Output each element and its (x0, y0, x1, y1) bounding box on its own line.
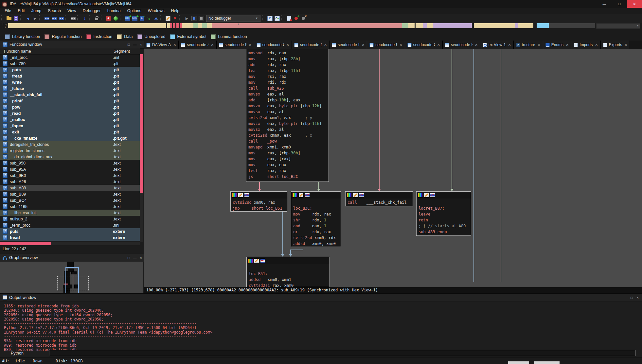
debugger-stop-icon[interactable] (198, 15, 205, 21)
band-segment-green[interactable] (402, 23, 408, 28)
tab-seudocode-h[interactable]: seudocode-H✕ (443, 41, 480, 49)
table-row[interactable]: fsub_A26.text (0, 179, 140, 185)
menu-view[interactable]: View (64, 8, 80, 13)
graph-node-b5[interactable]: loc_B51:addsd xmm0, xmm1cvttsd2si rax, x… (246, 257, 330, 287)
menu-file[interactable]: File (1, 8, 14, 13)
tab-close-icon[interactable]: ✕ (538, 43, 541, 47)
table-row[interactable]: f__cxa_finalize.plt.got (0, 135, 140, 141)
table-row[interactable]: fsub_1165.text (0, 203, 140, 210)
tab-seudocode-b[interactable]: seudocode-B✕ (217, 41, 254, 49)
table-row[interactable]: fderegister_tm_clones.text (0, 141, 140, 147)
panel-close-icon[interactable]: × (140, 43, 142, 46)
navigate-back-icon[interactable]: ◄ (25, 15, 31, 21)
band-segment-red[interactable] (176, 23, 179, 28)
functions-column-header[interactable]: Function name Segment (0, 48, 140, 55)
graph-node-b4[interactable]: locret_B87:leaveretn; } // starts at A89… (416, 191, 471, 236)
overview-viewport[interactable] (57, 276, 89, 291)
band-segment-tan[interactable] (474, 23, 515, 28)
close-button[interactable]: ✕ (627, 0, 642, 8)
table-row[interactable]: f__libc_csu_init.text (0, 210, 140, 216)
graph-overview-titlebar[interactable]: Graph overview □ — × (0, 254, 144, 262)
table-row[interactable]: f_read.plt (0, 110, 140, 116)
tab-close-icon[interactable]: ✕ (324, 43, 327, 47)
panel-close-icon[interactable]: × (637, 296, 639, 300)
table-row[interactable]: fsub_95A.text (0, 166, 140, 172)
band-segment-lblue[interactable] (537, 23, 549, 28)
graph-node-big[interactable]: movsxd rdx, eaxmov rax, [rbp-28h]add rdx… (246, 49, 329, 182)
panel-minimize-icon[interactable]: — (133, 256, 137, 260)
table-row[interactable]: fsub_780.plt (0, 61, 140, 67)
tab-enums[interactable]: Enums✕ (543, 41, 572, 49)
make-code-icon[interactable]: CODE (124, 15, 131, 21)
table-row[interactable]: fsub_BC4.text (0, 197, 140, 203)
table-row[interactable]: f_printf.plt (0, 98, 140, 104)
band-drag-handle[interactable] (3, 23, 3, 28)
node-edit-icon[interactable] (254, 258, 259, 263)
output-window-titlebar[interactable]: Output window □ × (0, 294, 642, 302)
tab-exports[interactable]: ↑Exports✕ (601, 41, 630, 49)
band-segment-purple[interactable] (423, 23, 427, 28)
band-segment-tan[interactable] (427, 23, 433, 28)
node-color-icon[interactable] (418, 193, 423, 198)
table-row[interactable]: fregister_tm_clones.text (0, 147, 140, 154)
table-row[interactable]: fputsextern (0, 228, 140, 234)
table-row[interactable]: f__do_global_dtors_aux.text (0, 154, 140, 160)
maximize-button[interactable]: □ (612, 0, 627, 8)
band-segment-red[interactable] (173, 23, 175, 28)
panel-maximize-icon[interactable]: □ (631, 296, 633, 300)
table-row[interactable]: fsub_A89.text (0, 185, 140, 191)
band-segment-tan[interactable] (8, 23, 166, 28)
jump-icon[interactable]: ↓ (81, 15, 88, 21)
node-color-icon[interactable] (232, 193, 237, 198)
undefine-icon[interactable]: × (172, 15, 178, 21)
menu-help[interactable]: Help (168, 8, 183, 13)
lock-icon[interactable] (93, 15, 100, 21)
band-segment-tan[interactable] (207, 23, 212, 28)
band-segment-tan[interactable] (416, 23, 423, 28)
table-row[interactable]: f__stack_chk_fail.plt (0, 92, 140, 98)
panel-maximize-icon[interactable]: □ (128, 43, 130, 46)
table-row[interactable]: fnullsub_2.text (0, 216, 140, 222)
band-arrow-left-icon[interactable]: ◄ (5, 24, 7, 26)
band-segment-red[interactable] (180, 23, 182, 28)
tab-ex-view-1[interactable]: ex View-1✕ (480, 41, 514, 49)
band-zoom-control[interactable]: ▼ (596, 23, 640, 29)
minimize-button[interactable]: — (597, 0, 612, 8)
make-name-icon[interactable]: A (138, 15, 145, 21)
tab-close-icon[interactable]: ✕ (362, 43, 365, 47)
table-row[interactable]: fsub_B89.text (0, 191, 140, 197)
band-arrow-right-icon[interactable]: ► (5, 26, 7, 28)
node-chart-icon[interactable] (305, 193, 310, 198)
tab-close-icon[interactable]: ✕ (173, 43, 176, 47)
band-segment-green[interactable] (202, 23, 207, 28)
scrollbar-thumb[interactable] (0, 242, 51, 245)
table-row[interactable]: f_exit.plt (0, 129, 140, 135)
tab-close-icon[interactable]: ✕ (595, 43, 598, 47)
tab-close-icon[interactable]: ✕ (249, 43, 252, 47)
debugger-start-icon[interactable]: ▶ (184, 15, 190, 21)
tab-seudocode-e[interactable]: seudocode-E✕ (330, 41, 367, 49)
address-band[interactable] (8, 23, 595, 28)
binoculars-icon[interactable] (70, 15, 76, 21)
functions-vscrollbar[interactable] (140, 54, 143, 242)
graph-canvas[interactable]: movsxd rdx, eaxmov rax, [rbp-28h]add rdx… (144, 49, 642, 287)
python-input[interactable] (49, 350, 636, 356)
menu-search[interactable]: Search (45, 8, 64, 13)
table-row[interactable]: f_malloc.plt (0, 116, 140, 123)
table-row[interactable]: f_init_proc.init (0, 54, 140, 61)
functions-hscrollbar[interactable] (0, 242, 140, 245)
graph-node-b1[interactable]: cvtsi2sd xmm0, raxjmp short loc_B51 (230, 191, 287, 212)
tab-seudocode-c[interactable]: seudocode-C✕ (254, 41, 292, 49)
node-edit-icon[interactable] (424, 193, 429, 198)
search-value-icon[interactable] (58, 15, 64, 21)
tab-close-icon[interactable]: ✕ (624, 43, 627, 47)
table-row[interactable]: fsub_950.text (0, 160, 140, 166)
band-segment-tan[interactable] (518, 23, 533, 28)
panel-close-icon[interactable]: × (140, 256, 142, 260)
analysis-warning-icon[interactable]: A (105, 15, 112, 21)
band-segment-tan[interactable] (182, 23, 193, 28)
column-segment[interactable]: Segment (114, 49, 130, 54)
tab-close-icon[interactable]: ✕ (475, 43, 478, 47)
band-segment-tan[interactable] (408, 23, 415, 28)
node-color-icon[interactable] (347, 193, 352, 198)
